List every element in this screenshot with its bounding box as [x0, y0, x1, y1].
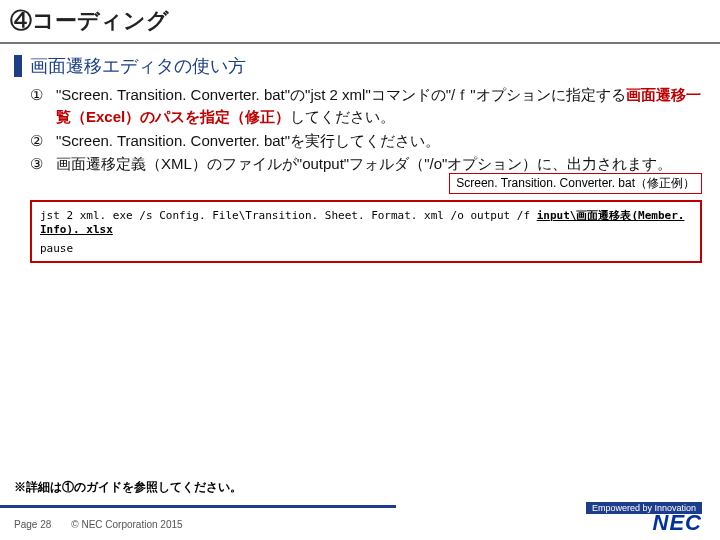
list-text: "Screen. Transition. Converter. bat"の"js… [56, 84, 702, 128]
page-number: Page 28 [14, 519, 51, 530]
bat-label-row: Screen. Transition. Converter. bat（修正例） [0, 173, 720, 194]
code-line-2: pause [40, 242, 692, 255]
nec-logo: NEC [653, 510, 702, 536]
subtitle-text: 画面遷移エディタの使い方 [30, 54, 246, 78]
copyright: © NEC Corporation 2015 [71, 519, 182, 530]
subtitle-row: 画面遷移エディタの使い方 [0, 54, 720, 84]
code-example-box: jst 2 xml. exe /s Config. File\Transitio… [30, 200, 702, 263]
slide-title: ④コーディング [0, 0, 720, 40]
list-item: ② "Screen. Transition. Converter. bat"を実… [30, 130, 702, 152]
list-item: ① "Screen. Transition. Converter. bat"の"… [30, 84, 702, 128]
list-number: ③ [30, 153, 56, 175]
bat-file-label: Screen. Transition. Converter. bat（修正例） [449, 173, 702, 194]
item-pre: "Screen. Transition. Converter. bat"の"js… [56, 86, 626, 103]
code-pre: jst 2 xml. exe /s Config. File\Transitio… [40, 209, 537, 222]
list-item: ③ 画面遷移定義（XML）のファイルが"output"フォルダ（"/o"オプショ… [30, 153, 702, 175]
item-post: してください。 [290, 108, 395, 125]
note-text: ※詳細は①のガイドを参照してください。 [14, 479, 242, 496]
code-line-1: jst 2 xml. exe /s Config. File\Transitio… [40, 208, 692, 236]
list-text: 画面遷移定義（XML）のファイルが"output"フォルダ（"/o"オプション）… [56, 153, 702, 175]
list-number: ② [30, 130, 56, 152]
list-number: ① [30, 84, 56, 128]
list-text: "Screen. Transition. Converter. bat"を実行し… [56, 130, 702, 152]
subtitle-bar-icon [14, 55, 22, 77]
body-content: ① "Screen. Transition. Converter. bat"の"… [0, 84, 720, 175]
title-divider [0, 42, 720, 44]
